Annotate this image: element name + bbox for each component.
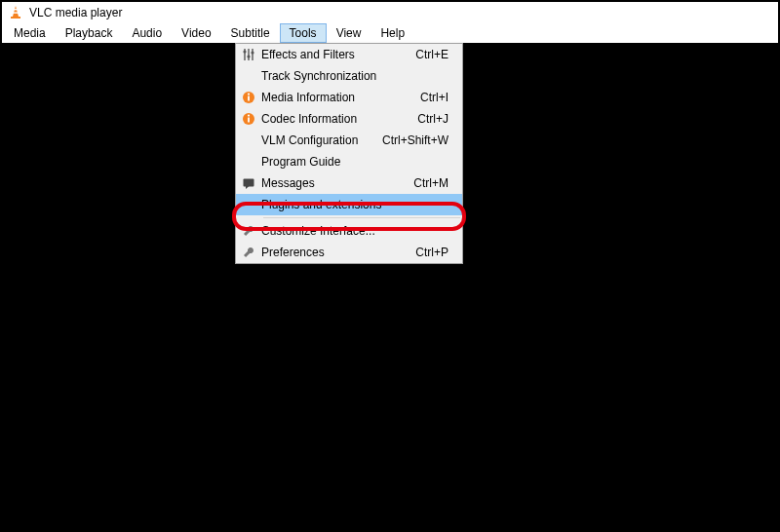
menu-item-customize-interface[interactable]: Customize Interface... bbox=[236, 220, 462, 242]
menu-item-label: Media Information bbox=[261, 91, 420, 104]
svg-point-7 bbox=[243, 50, 246, 53]
menu-item-program-guide[interactable]: Program Guide bbox=[236, 151, 462, 172]
svg-rect-16 bbox=[244, 179, 254, 187]
menu-item-media-information[interactable]: Media Information Ctrl+I bbox=[236, 87, 462, 108]
title-bar: VLC media player bbox=[2, 2, 778, 23]
menu-item-label: Program Guide bbox=[261, 155, 448, 169]
menu-item-label: Customize Interface... bbox=[261, 224, 448, 238]
menu-item-shortcut: Ctrl+E bbox=[415, 48, 462, 61]
messages-icon bbox=[236, 176, 261, 190]
menu-item-shortcut: Ctrl+J bbox=[417, 112, 462, 126]
menu-help[interactable]: Help bbox=[370, 23, 414, 43]
svg-point-15 bbox=[248, 115, 250, 117]
menu-item-label: Codec Information bbox=[261, 112, 417, 126]
info-icon bbox=[236, 91, 261, 104]
menu-item-label: VLM Configuration bbox=[261, 133, 382, 147]
svg-point-9 bbox=[251, 51, 254, 54]
menu-item-label: Messages bbox=[261, 176, 413, 190]
menu-audio[interactable]: Audio bbox=[122, 23, 172, 43]
tools-dropdown: Effects and Filters Ctrl+E Track Synchro… bbox=[235, 43, 463, 264]
svg-rect-1 bbox=[14, 9, 19, 10]
menu-view[interactable]: View bbox=[327, 23, 371, 43]
menu-bar: Media Playback Audio Video Subtitle Tool… bbox=[2, 23, 778, 43]
menu-item-effects-and-filters[interactable]: Effects and Filters Ctrl+E bbox=[236, 44, 462, 65]
menu-item-label: Track Synchronization bbox=[261, 69, 448, 83]
svg-rect-3 bbox=[11, 17, 20, 19]
menu-item-preferences[interactable]: Preferences Ctrl+P bbox=[236, 242, 462, 263]
menu-item-track-synchronization[interactable]: Track Synchronization bbox=[236, 65, 462, 87]
menu-item-messages[interactable]: Messages Ctrl+M bbox=[236, 172, 462, 194]
svg-rect-14 bbox=[248, 118, 250, 123]
menu-video[interactable]: Video bbox=[172, 23, 220, 43]
svg-marker-0 bbox=[13, 6, 19, 17]
menu-item-codec-information[interactable]: Codec Information Ctrl+J bbox=[236, 108, 462, 130]
wrench-icon bbox=[236, 246, 261, 259]
menu-separator bbox=[263, 217, 460, 218]
vlc-cone-icon bbox=[8, 5, 23, 20]
menu-item-vlm-configuration[interactable]: VLM Configuration Ctrl+Shift+W bbox=[236, 130, 462, 151]
menu-item-shortcut: Ctrl+P bbox=[415, 246, 462, 259]
app-window: VLC media player Media Playback Audio Vi… bbox=[0, 0, 780, 532]
wrench-icon bbox=[236, 224, 261, 238]
info-icon bbox=[236, 112, 261, 126]
svg-rect-11 bbox=[248, 96, 250, 101]
svg-point-12 bbox=[248, 94, 250, 95]
svg-point-8 bbox=[247, 55, 250, 57]
menu-item-shortcut: Ctrl+Shift+W bbox=[382, 133, 462, 147]
menu-item-label: Plugins and extensions bbox=[261, 198, 448, 211]
menu-tools[interactable]: Tools bbox=[280, 23, 327, 43]
menu-item-shortcut: Ctrl+I bbox=[420, 91, 462, 104]
menu-media[interactable]: Media bbox=[4, 23, 56, 43]
menu-item-plugins-and-extensions[interactable]: Plugins and extensions bbox=[236, 194, 462, 215]
menu-item-label: Preferences bbox=[261, 246, 415, 259]
window-title: VLC media player bbox=[29, 6, 122, 19]
svg-rect-2 bbox=[13, 12, 19, 13]
menu-item-label: Effects and Filters bbox=[261, 48, 415, 61]
menu-playback[interactable]: Playback bbox=[56, 23, 123, 43]
menu-item-shortcut: Ctrl+M bbox=[413, 176, 462, 190]
sliders-icon bbox=[236, 48, 261, 61]
menu-subtitle[interactable]: Subtitle bbox=[221, 23, 280, 43]
